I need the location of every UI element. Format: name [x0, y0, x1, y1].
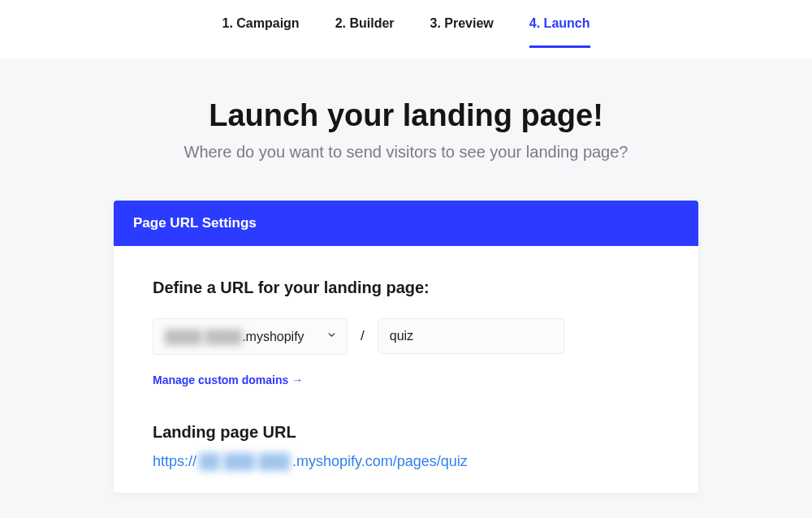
chevron-down-icon	[326, 329, 337, 343]
card-header: Page URL Settings	[114, 201, 698, 246]
url-separator: /	[361, 328, 365, 344]
manage-custom-domains-link[interactable]: Manage custom domains →	[153, 373, 303, 386]
url-redacted: ██ ███ ███	[197, 453, 292, 470]
step-campaign[interactable]: 1. Campaign	[222, 16, 299, 48]
slug-input[interactable]	[378, 318, 564, 354]
step-preview[interactable]: 3. Preview	[430, 16, 494, 48]
step-launch[interactable]: 4. Launch	[529, 16, 590, 48]
domain-suffix: .myshopify	[242, 330, 304, 343]
define-url-label: Define a URL for your landing page:	[153, 278, 659, 297]
url-protocol: https://	[153, 453, 197, 469]
domain-select[interactable]: ████ ████.myshopify	[153, 318, 348, 355]
stepper-nav: 1. Campaign 2. Builder 3. Preview 4. Lau…	[0, 0, 812, 59]
domain-redacted: ████ ████	[165, 330, 242, 344]
step-builder[interactable]: 2. Builder	[335, 16, 395, 48]
landing-url-label: Landing page URL	[153, 423, 659, 442]
page-title: Launch your landing page!	[0, 98, 812, 133]
page-subtitle: Where do you want to send visitors to se…	[0, 143, 812, 162]
url-settings-card: Page URL Settings Define a URL for your …	[114, 201, 698, 493]
url-suffix: .myshopify.com/pages/quiz	[292, 453, 468, 469]
landing-url-value[interactable]: https://██ ███ ███.myshopify.com/pages/q…	[153, 453, 659, 470]
